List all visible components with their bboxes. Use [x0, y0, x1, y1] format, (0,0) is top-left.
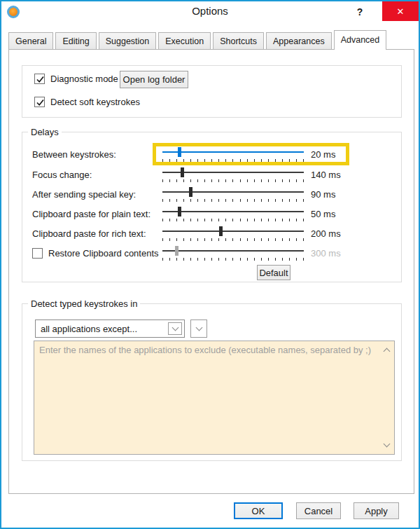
tab-label: Suggestion: [106, 36, 150, 46]
chevron-up-icon: [383, 348, 390, 355]
delay-slider[interactable]: [162, 206, 304, 221]
applications-scope-combobox[interactable]: all applications except...: [35, 320, 185, 338]
ok-button[interactable]: OK: [234, 502, 283, 519]
delay-row: Clipboard paste for rich text: 200 ms: [32, 225, 397, 242]
tab-appearances[interactable]: Appearances: [266, 32, 332, 49]
title-bar: Options ? ✕: [1, 1, 419, 22]
tab-label: Shortcuts: [220, 36, 257, 46]
slider-thumb[interactable]: [181, 167, 184, 177]
tab-label: General: [15, 36, 46, 46]
slider-value: 50 ms: [311, 209, 335, 219]
check-icon: [35, 97, 46, 108]
scroll-up-button[interactable]: [381, 345, 392, 356]
expand-list-button[interactable]: [190, 320, 207, 338]
slider-track: [162, 211, 304, 212]
excluded-applications-field-wrap: [34, 341, 395, 455]
apply-button[interactable]: Apply: [354, 502, 399, 519]
delay-row: Clipboard paste for plain text: 50 ms: [32, 205, 397, 222]
delay-row: Between keystrokes: 20 ms: [32, 146, 397, 163]
diagnostic-mode-checkbox[interactable]: [34, 74, 45, 84]
chevron-down-icon: [172, 324, 178, 331]
slider-track: [162, 191, 304, 193]
slider-ticks: [162, 238, 304, 241]
help-button[interactable]: ?: [350, 4, 370, 20]
detect-group-title: Detect typed keystrokes in: [28, 298, 140, 309]
close-button[interactable]: ✕: [382, 1, 419, 21]
slider-value: 90 ms: [311, 189, 335, 200]
slider-label: After sending special key:: [32, 189, 136, 200]
slider-label: Clipboard paste for rich text:: [32, 228, 146, 239]
slider-track: [162, 231, 304, 232]
open-log-folder-button[interactable]: Open log folder: [120, 71, 188, 88]
advanced-tab-panel: Diagnostic mode Open log folder Detect s…: [8, 49, 414, 494]
slider-thumb[interactable]: [178, 147, 181, 157]
default-button[interactable]: Default: [257, 265, 290, 280]
slider-label: Between keystrokes:: [32, 149, 116, 160]
slider-value: 200 ms: [311, 228, 341, 239]
chevron-down-icon: [383, 441, 390, 448]
delay-slider[interactable]: [162, 167, 304, 182]
tab-advanced[interactable]: Advanced: [334, 30, 387, 50]
slider-value: 140 ms: [311, 170, 341, 180]
delay-slider[interactable]: [162, 146, 304, 162]
general-options-group: Diagnostic mode Open log folder Detect s…: [22, 65, 402, 118]
slider-ticks: [162, 219, 304, 221]
check-icon: [35, 74, 46, 85]
options-dialog: Options ? ✕ GeneralEditingSuggestionExec…: [0, 0, 420, 529]
delays-group-title: Delays: [28, 127, 62, 137]
restore-clipboard-checkbox[interactable]: [32, 248, 43, 259]
delay-slider[interactable]: [162, 245, 304, 261]
delay-row: After sending special key: 90 ms: [32, 186, 397, 202]
slider-track: [162, 151, 304, 153]
chevron-down-icon: [195, 324, 202, 331]
slider-thumb[interactable]: [178, 207, 181, 217]
delay-row: Restore Clipboard contents 300 ms: [32, 245, 397, 261]
slider-label: Focus change:: [32, 170, 92, 180]
tab-label: Advanced: [341, 35, 380, 45]
slider-label: Clipboard paste for plain text:: [32, 209, 150, 219]
combobox-arrow-button[interactable]: [168, 322, 182, 335]
tab-suggestion[interactable]: Suggestion: [99, 32, 157, 49]
tab-execution[interactable]: Execution: [158, 32, 211, 49]
detect-soft-keystrokes-label: Detect soft keystrokes: [50, 97, 140, 107]
slider-ticks: [162, 199, 304, 202]
cancel-button[interactable]: Cancel: [296, 502, 341, 519]
scroll-down-button[interactable]: [381, 439, 392, 451]
tab-label: Appearances: [273, 36, 325, 46]
close-icon: ✕: [397, 6, 405, 17]
delays-group: Delays Between keystrokes: 20 ms Focus c…: [22, 132, 402, 282]
slider-ticks: [162, 159, 304, 162]
tab-label: Execution: [165, 36, 204, 46]
slider-label: Restore Clipboard contents: [48, 248, 159, 259]
tab-bar: GeneralEditingSuggestionExecutionShortcu…: [8, 29, 412, 49]
slider-value: 300 ms: [311, 248, 341, 259]
delay-slider[interactable]: [162, 186, 304, 202]
tab-general[interactable]: General: [8, 32, 53, 49]
delay-slider[interactable]: [162, 226, 304, 241]
slider-thumb[interactable]: [189, 187, 192, 197]
tab-shortcuts[interactable]: Shortcuts: [213, 32, 264, 49]
delay-row: Focus change: 140 ms: [32, 166, 397, 183]
slider-track: [162, 250, 304, 252]
slider-ticks: [162, 258, 304, 261]
slider-ticks: [162, 179, 304, 182]
tab-label: Editing: [62, 36, 89, 46]
detect-keystrokes-group: Detect typed keystrokes in all applicati…: [22, 303, 402, 461]
slider-value: 20 ms: [311, 149, 335, 160]
diagnostic-mode-label: Diagnostic mode: [50, 74, 118, 84]
slider-thumb[interactable]: [175, 246, 178, 256]
combobox-value: all applications except...: [41, 324, 137, 334]
slider-thumb[interactable]: [219, 226, 223, 236]
tab-editing[interactable]: Editing: [55, 32, 96, 49]
detect-soft-keystrokes-checkbox[interactable]: [34, 97, 45, 107]
excluded-applications-textarea[interactable]: [34, 341, 395, 455]
